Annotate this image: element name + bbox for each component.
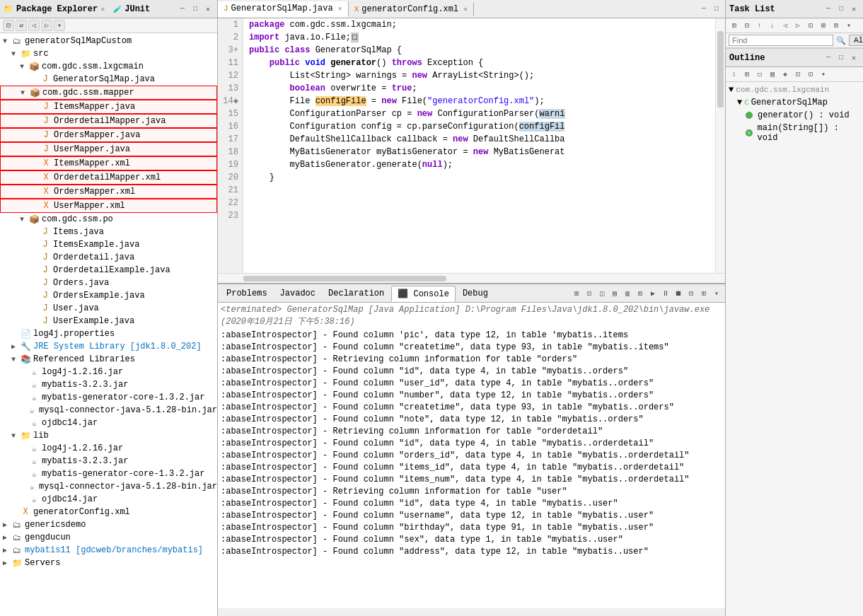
- tree-item-mb1[interactable]: ☕mybatis-3.2.3.jar: [0, 378, 217, 391]
- console-toolbar-btn-10[interactable]: ⊞: [698, 288, 709, 299]
- tree-item-um[interactable]: JUserMapper.java: [0, 142, 217, 156]
- tab-generator-config[interactable]: X generatorConfig.xml ✕: [349, 2, 474, 16]
- minimize-btn[interactable]: ─: [177, 4, 188, 15]
- task-min-btn[interactable]: ─: [823, 4, 834, 15]
- tree-item-pkg1[interactable]: ▼📦com.gdc.ssm.lxgcmain: [0, 60, 217, 73]
- tree-item-ore[interactable]: JOrdersExample.java: [0, 289, 217, 302]
- link-editor-btn[interactable]: ⇄: [16, 20, 27, 31]
- tree-item-gencfg[interactable]: XgeneratorConfig.xml: [0, 506, 217, 518]
- task-menu-btn[interactable]: ▾: [843, 20, 855, 31]
- outline-menu-btn[interactable]: ▾: [818, 69, 829, 80]
- console-toolbar-btn-2[interactable]: ◫: [596, 288, 608, 299]
- tree-item-odm[interactable]: JOrderdetailMapper.java: [0, 114, 217, 128]
- outline-max-btn[interactable]: □: [835, 52, 847, 64]
- task-icon-1[interactable]: ⊞: [729, 20, 740, 31]
- collapse-all-btn[interactable]: ⊟: [3, 20, 14, 31]
- tree-item-mysql1[interactable]: ☕mysql-connector-java-5.1.28-bin.jar: [0, 404, 217, 417]
- outline-icon-5[interactable]: ◈: [780, 69, 791, 80]
- tab-generator-sqlmap[interactable]: J GeneratorSqlMap.java ✕: [218, 1, 349, 17]
- tree-item-gen[interactable]: JGeneratorSqlMap.java: [0, 73, 217, 86]
- tree-item-lib[interactable]: ▼📁lib: [0, 429, 217, 442]
- tree-item-mysql2[interactable]: ☕mysql-connector-java-5.1.28-bin.jar: [0, 480, 217, 493]
- task-icon-3[interactable]: ↑: [754, 20, 765, 31]
- tree-item-ojdbc1[interactable]: ☕ojdbc14.jar: [0, 417, 217, 429]
- console-toolbar-btn-9[interactable]: ⊟: [685, 288, 697, 299]
- tree-item-or[interactable]: JOrders.java: [0, 277, 217, 289]
- tree-item-gd[interactable]: ▶🗂genericsdemo: [0, 518, 217, 531]
- tree-item-log4j2[interactable]: ☕log4j-1.2.16.jar: [0, 442, 217, 455]
- tree-item-ggc[interactable]: ▶🗂gengducun: [0, 531, 217, 544]
- console-toolbar-btn-4[interactable]: ▥: [622, 288, 633, 299]
- task-icon-4[interactable]: ↓: [767, 20, 778, 31]
- console-toolbar-btn-3[interactable]: ▤: [609, 288, 620, 299]
- tab-close-1[interactable]: ✕: [463, 5, 468, 13]
- task-icon-8[interactable]: ⊠: [818, 20, 829, 31]
- code-editor[interactable]: 123+11121314◆151617181920212223 package …: [218, 18, 725, 273]
- console-toolbar-btn-11[interactable]: ▾: [711, 288, 722, 299]
- outline-min-btn[interactable]: ─: [823, 52, 834, 64]
- console-toolbar-btn-6[interactable]: ▶: [647, 288, 659, 299]
- tree-item-mbg2[interactable]: ☕mybatis-generator-core-1.3.2.jar: [0, 467, 217, 480]
- console-toolbar-btn-7[interactable]: ⏸: [660, 288, 671, 299]
- outline-class-item[interactable]: ▼ C GeneratorSqlMap: [729, 96, 860, 109]
- find-input[interactable]: [729, 35, 833, 46]
- code-content[interactable]: package com.gdc.ssm.lxgcmain;import java…: [243, 18, 715, 273]
- tree-item-reflib[interactable]: ▼📚Referenced Libraries: [0, 353, 217, 366]
- tree-item-ode[interactable]: JOrderdetailExample.java: [0, 264, 217, 277]
- tab-close-0[interactable]: ✕: [338, 4, 342, 13]
- tree-item-jre[interactable]: ▶🔧JRE System Library [jdk1.8.0_202]: [0, 340, 217, 353]
- task-max-btn[interactable]: □: [835, 4, 847, 15]
- task-close-btn[interactable]: ✕: [848, 4, 859, 15]
- menu-btn[interactable]: ▾: [54, 20, 65, 31]
- outline-icon-4[interactable]: ▤: [767, 69, 778, 80]
- tree-item-use[interactable]: JUserExample.java: [0, 315, 217, 327]
- bottom-tab-problems[interactable]: Problems: [221, 286, 273, 301]
- task-icon-7[interactable]: ⊡: [805, 20, 816, 31]
- nav-fwd-btn[interactable]: ▷: [41, 20, 52, 31]
- outline-icon-7[interactable]: ⊡: [805, 69, 816, 80]
- outline-icon-6[interactable]: ⊡: [792, 69, 804, 80]
- tree-item-pkg3[interactable]: ▼📦com.gdc.ssm.po: [0, 213, 217, 226]
- tree-item-log4j[interactable]: 📄log4j.properties: [0, 327, 217, 340]
- tree-item-it[interactable]: JItems.java: [0, 226, 217, 238]
- tree-item-im[interactable]: JItemsMapper.java: [0, 100, 217, 114]
- tree-item-orxm[interactable]: XOrdersMapper.xml: [0, 185, 217, 199]
- tree-item-pkg2[interactable]: ▼📦com.gdc.ssm.mapper: [0, 86, 217, 100]
- horizontal-scrollbar[interactable]: [218, 273, 725, 283]
- tree-item-ojdbc2[interactable]: ☕ojdbc14.jar: [0, 493, 217, 506]
- outline-icon-1[interactable]: ↕: [729, 69, 740, 80]
- tree-item-orm[interactable]: JOrdersMapper.java: [0, 128, 217, 142]
- task-icon-9[interactable]: ⊞: [830, 20, 842, 31]
- console-toolbar-btn-0[interactable]: ⊠: [571, 288, 582, 299]
- bottom-tab-console[interactable]: ⬛ Console: [391, 286, 456, 302]
- task-icon-5[interactable]: ◁: [780, 20, 791, 31]
- console-toolbar-btn-8[interactable]: ⏹: [673, 288, 684, 299]
- tree-item-us[interactable]: JUser.java: [0, 302, 217, 315]
- tree-item-root[interactable]: ▼🗂generatorSqlMapCustom: [0, 35, 217, 47]
- tree-item-src[interactable]: ▼📁src: [0, 47, 217, 60]
- tree-item-mbg1[interactable]: ☕mybatis-generator-core-1.3.2.jar: [0, 391, 217, 404]
- task-icon-2[interactable]: ⊟: [741, 20, 753, 31]
- outline-method-0[interactable]: generator() : void: [729, 109, 860, 122]
- outline-method-1[interactable]: smain(String[]) : void: [729, 122, 860, 144]
- tree-item-mb11[interactable]: ▶🗂mybatis11 [gdcweb/branches/mybatis]: [0, 544, 217, 557]
- outline-icon-2[interactable]: ⊞: [741, 69, 753, 80]
- tree-item-mb2[interactable]: ☕mybatis-3.2.3.jar: [0, 455, 217, 467]
- vertical-scrollbar[interactable]: [715, 18, 725, 273]
- nav-back-btn[interactable]: ◁: [28, 20, 40, 31]
- maximize-btn[interactable]: □: [190, 4, 201, 15]
- outline-icon-3[interactable]: ◻: [754, 69, 765, 80]
- find-all-btn[interactable]: All: [849, 35, 863, 46]
- bottom-tab-debug[interactable]: Debug: [457, 286, 494, 301]
- close-btn[interactable]: ✕: [202, 4, 214, 15]
- tree-item-srv[interactable]: ▶📁Servers: [0, 557, 217, 569]
- tree-item-ite[interactable]: JItemsExample.java: [0, 238, 217, 251]
- console-toolbar-btn-5[interactable]: ⊞: [635, 288, 646, 299]
- editor-min-btn[interactable]: ─: [698, 4, 709, 15]
- outline-close-btn[interactable]: ✕: [848, 52, 859, 64]
- tree-item-umx[interactable]: XUserMapper.xml: [0, 199, 217, 213]
- console-toolbar-btn-1[interactable]: ⊡: [584, 288, 595, 299]
- bottom-tab-declaration[interactable]: Declaration: [323, 286, 390, 301]
- editor-max-btn[interactable]: □: [711, 4, 722, 15]
- tree-item-log4j1[interactable]: ☕log4j-1.2.16.jar: [0, 366, 217, 378]
